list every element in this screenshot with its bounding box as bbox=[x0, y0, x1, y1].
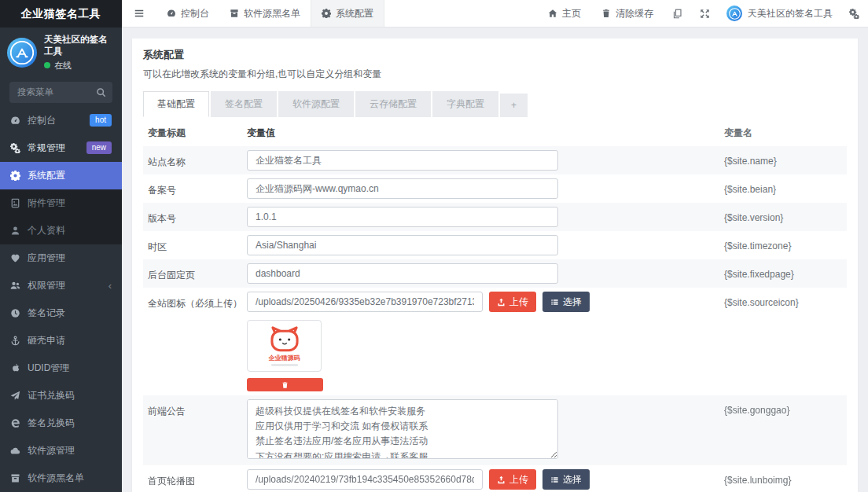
beian-input[interactable] bbox=[247, 178, 558, 199]
box-icon bbox=[10, 473, 20, 483]
carousel-input[interactable] bbox=[247, 469, 483, 490]
fixedpage-input[interactable] bbox=[247, 263, 558, 284]
settings-button[interactable] bbox=[840, 0, 868, 27]
sidebar-item-attachments[interactable]: 附件管理 bbox=[0, 189, 122, 217]
search-icon[interactable] bbox=[96, 87, 106, 97]
clear-cache-button[interactable]: 清除缓存 bbox=[591, 0, 664, 27]
sidebar-item-label: 权限管理 bbox=[28, 279, 65, 292]
sourceicon-input[interactable] bbox=[247, 292, 483, 312]
site-name-input[interactable] bbox=[247, 150, 558, 171]
sidebar-menu: 控制台 hot 常规管理 new 系统配置 附件管理 个人资 bbox=[0, 107, 122, 492]
sidebar-item-system-config[interactable]: 系统配置 bbox=[0, 162, 122, 189]
select-button[interactable]: 选择 bbox=[542, 469, 590, 490]
sidebar-toggle-button[interactable] bbox=[122, 0, 156, 27]
sidebar-item-sign-records[interactable]: 签名记录 bbox=[0, 299, 122, 327]
hot-badge: hot bbox=[90, 114, 112, 127]
appstore-icon bbox=[10, 41, 34, 64]
sidebar-search bbox=[9, 82, 112, 103]
sidebar-item-shell-request[interactable]: 砸壳申请 bbox=[0, 327, 122, 354]
row-label: 前端公告 bbox=[148, 399, 247, 418]
tab-source-config[interactable]: 软件源配置 bbox=[278, 91, 354, 117]
sidebar-item-cert-codes[interactable]: 证书兑换码 bbox=[0, 382, 122, 409]
sidebar-item-permissions[interactable]: 权限管理 ‹ bbox=[0, 272, 122, 299]
trash-icon bbox=[601, 9, 611, 18]
row-label: 版本号 bbox=[148, 207, 247, 226]
dashboard-icon bbox=[167, 9, 176, 18]
sidebar-item-label: 软件源黑名单 bbox=[28, 472, 84, 485]
edge-icon bbox=[10, 418, 20, 428]
gear-icon bbox=[10, 171, 20, 181]
navtab-source-blacklist[interactable]: 软件源黑名单 bbox=[219, 0, 311, 27]
table-row: 时区 {$site.timezone} bbox=[143, 231, 847, 259]
user-name: 天美社区的签名工具 bbox=[44, 34, 115, 57]
file-image-icon bbox=[10, 198, 20, 208]
upload-button[interactable]: 上传 bbox=[489, 469, 536, 490]
table-row: 前端公告 {$site.gonggao} bbox=[143, 395, 847, 465]
row-label: 备案号 bbox=[148, 178, 247, 197]
avatar bbox=[726, 6, 742, 21]
navtab-label: 系统配置 bbox=[336, 7, 373, 20]
user-icon bbox=[10, 226, 20, 236]
hamburger-icon bbox=[134, 8, 145, 19]
navtab-dashboard[interactable]: 控制台 bbox=[156, 0, 219, 27]
row-label: 全站图标（必须上传） bbox=[148, 292, 247, 310]
table-header-row: 变量标题 变量值 变量名 bbox=[143, 119, 847, 146]
table-row: 全站图标（必须上传） 上传选择 bbox=[143, 288, 847, 395]
row-var: {$site.sourceicon} bbox=[724, 292, 842, 308]
version-input[interactable] bbox=[247, 207, 558, 227]
sidebar-item-label: 常规管理 bbox=[28, 141, 65, 155]
topnav-right: 主页 清除缓存 天美社区的签名工具 bbox=[538, 0, 868, 27]
row-var: {$site.beian} bbox=[724, 178, 842, 195]
new-badge: new bbox=[86, 141, 112, 154]
config-tabs: 基础配置 签名配置 软件源配置 云存储配置 字典配置 + bbox=[143, 91, 847, 117]
row-var: {$site.fixedpage} bbox=[724, 263, 842, 280]
upload-icon bbox=[497, 475, 506, 484]
sidebar-item-label: 应用管理 bbox=[28, 252, 65, 265]
add-tab-button[interactable]: + bbox=[500, 94, 528, 117]
brand-title: 企业猫签名工具 bbox=[0, 0, 122, 28]
sidebar-item-sign-codes[interactable]: 签名兑换码 bbox=[0, 409, 122, 437]
account-name: 天美社区的签名工具 bbox=[748, 7, 833, 20]
sidebar-item-label: 证书兑换码 bbox=[28, 389, 75, 402]
dashboard-icon bbox=[10, 116, 20, 126]
apple-icon bbox=[10, 363, 20, 373]
sidebar-item-label: 附件管理 bbox=[28, 196, 65, 210]
gear-icon bbox=[322, 9, 331, 18]
sidebar-item-udid[interactable]: UDID管理 bbox=[0, 354, 122, 382]
sidebar-item-profile[interactable]: 个人资料 bbox=[0, 217, 122, 244]
announcement-textarea[interactable] bbox=[247, 399, 558, 459]
box-icon bbox=[230, 9, 239, 18]
navtab-system-config[interactable]: 系统配置 bbox=[311, 0, 384, 27]
row-label: 站点名称 bbox=[148, 150, 247, 169]
user-panel: 天美社区的签名工具 在线 bbox=[0, 28, 122, 76]
account-menu[interactable]: 天美社区的签名工具 bbox=[719, 0, 840, 27]
tab-cloud-config[interactable]: 云存储配置 bbox=[355, 91, 431, 117]
upload-button[interactable]: 上传 bbox=[489, 292, 536, 312]
sidebar-item-source-blacklist[interactable]: 软件源黑名单 bbox=[0, 464, 122, 492]
cat-logo-subtext bbox=[271, 364, 298, 366]
tab-dict-config[interactable]: 字典配置 bbox=[432, 91, 498, 117]
appstore-icon bbox=[729, 8, 741, 20]
sidebar-submenu: 系统配置 附件管理 个人资料 bbox=[0, 162, 122, 244]
sidebar-item-source-manage[interactable]: 软件源管理 bbox=[0, 437, 122, 464]
trash-icon bbox=[281, 381, 289, 389]
timezone-input[interactable] bbox=[247, 235, 558, 255]
row-var: {$site.version} bbox=[724, 207, 842, 223]
sidebar-item-dashboard[interactable]: 控制台 hot bbox=[0, 107, 122, 134]
row-var: {$site.gonggao} bbox=[724, 399, 842, 416]
tab-basic-config[interactable]: 基础配置 bbox=[143, 91, 209, 117]
fullscreen-button[interactable] bbox=[691, 0, 719, 27]
user-info: 天美社区的签名工具 在线 bbox=[44, 34, 115, 72]
tab-sign-config[interactable]: 签名配置 bbox=[211, 91, 277, 117]
select-button[interactable]: 选择 bbox=[542, 292, 590, 312]
sidebar-item-label: UDID管理 bbox=[28, 362, 69, 375]
home-button[interactable]: 主页 bbox=[538, 0, 591, 27]
users-icon bbox=[10, 281, 20, 291]
col-header-label: 变量标题 bbox=[148, 127, 247, 140]
sidebar-item-apps[interactable]: 应用管理 bbox=[0, 244, 122, 272]
copy-button[interactable] bbox=[664, 0, 691, 27]
sidebar-item-general[interactable]: 常规管理 new bbox=[0, 134, 122, 162]
delete-icon-button[interactable] bbox=[247, 378, 323, 391]
avatar[interactable] bbox=[7, 38, 37, 68]
sidebar-item-label: 签名兑换码 bbox=[28, 417, 75, 430]
